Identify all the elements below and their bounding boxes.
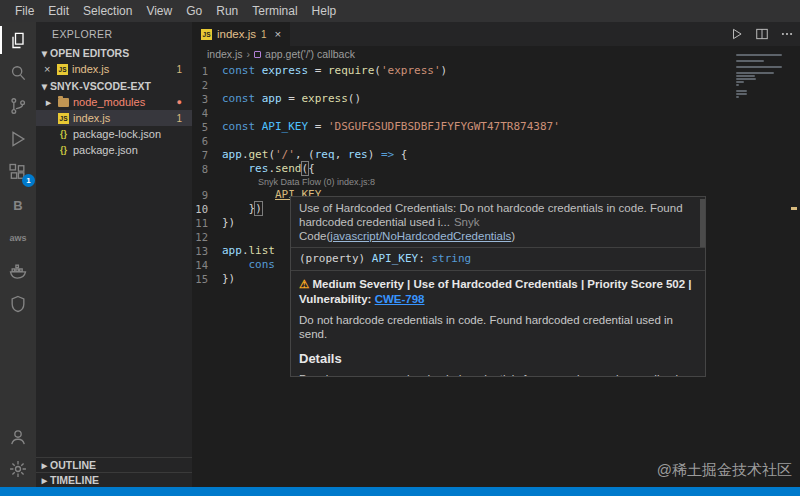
- tab-label: index.js: [217, 28, 256, 40]
- timeline-label: TIMELINE: [50, 474, 99, 486]
- code-line-8: 8 res.send({: [192, 162, 800, 176]
- activity-badge: 1: [22, 174, 35, 187]
- line-number: 4: [192, 106, 222, 120]
- file-item-index.js[interactable]: index.js1: [36, 110, 192, 126]
- code-text[interactable]: const app = express(): [222, 92, 361, 106]
- diagnostic-code-row: Code(javascript/NoHardcodedCredentials): [299, 229, 697, 243]
- code-text[interactable]: app.get('/', (req, res) => {: [222, 148, 408, 162]
- js-file-icon: [57, 64, 68, 75]
- run-debug-icon[interactable]: [0, 127, 36, 151]
- line-number: 15: [192, 272, 222, 286]
- snyk-icon[interactable]: [0, 292, 36, 316]
- line-number: 10: [192, 202, 222, 216]
- code-line-3: 3const app = express(): [192, 92, 800, 106]
- line-number: 5: [192, 120, 222, 134]
- bookmarks-icon[interactable]: B: [0, 193, 36, 217]
- symbol-icon: [254, 51, 261, 58]
- docker-icon[interactable]: [0, 259, 36, 283]
- run-icon[interactable]: [730, 27, 744, 41]
- severity-title: Medium Severity | Use of Hardcoded Crede…: [299, 277, 697, 307]
- activity-bar-bottom: [0, 425, 36, 487]
- explorer-icon[interactable]: [0, 28, 36, 52]
- warning-icon: [299, 278, 313, 290]
- tab-close-icon[interactable]: [275, 28, 282, 40]
- property-signature: (property) API_KEY: string: [291, 248, 705, 270]
- menu-item-selection[interactable]: Selection: [76, 0, 139, 22]
- code-text[interactable]: }): [222, 272, 235, 286]
- code-text[interactable]: }): [222, 202, 262, 216]
- code-line-1: 1const express = require('express'): [192, 64, 800, 78]
- diagnostic-source: Snyk: [454, 216, 480, 228]
- code-line-6: 6: [192, 134, 800, 148]
- file-name: index.js: [73, 112, 110, 124]
- code-line-5: 5const API_KEY = 'DSGUFGSUDFBSDBFJFYFYGW…: [192, 120, 800, 134]
- close-icon[interactable]: ×: [44, 63, 53, 75]
- menu-item-go[interactable]: Go: [179, 0, 209, 22]
- open-editor-item-indexjs[interactable]: × index.js 1: [36, 61, 192, 77]
- status-bar[interactable]: [0, 487, 800, 496]
- tooltip-scrollbar[interactable]: [700, 199, 705, 247]
- outline-section-header[interactable]: OUTLINE: [36, 457, 192, 472]
- code-line-2: 2: [192, 78, 800, 92]
- file-item-package.json[interactable]: package.json: [36, 142, 192, 158]
- explorer-sidebar: EXPLORER OPEN EDITORS × index.js 1 SNYK-…: [36, 22, 192, 487]
- code-text[interactable]: cons: [222, 258, 275, 272]
- minimap[interactable]: [736, 54, 786, 99]
- search-icon[interactable]: [0, 61, 36, 85]
- folder-item-node_modules[interactable]: node_modules●: [36, 94, 192, 110]
- line-number: 13: [192, 244, 222, 258]
- code-text[interactable]: }): [222, 216, 235, 230]
- severity-title-text: Medium Severity | Use of Hardcoded Crede…: [299, 278, 692, 305]
- line-number: 9: [192, 188, 222, 202]
- chevron-right-icon: [39, 459, 50, 471]
- tab-indexjs[interactable]: index.js 1: [192, 22, 290, 46]
- menu-item-help[interactable]: Help: [305, 0, 344, 22]
- vulnerability-description: Do not hardcode credentials in code. Fou…: [299, 313, 697, 341]
- file-name: package.json: [73, 144, 138, 156]
- js-file-icon: [58, 113, 69, 124]
- menu-item-edit[interactable]: Edit: [41, 0, 76, 22]
- details-text: Developers may use hardcoded credentials…: [299, 372, 697, 377]
- json-file-icon: [58, 145, 69, 155]
- code-line-7: 7app.get('/', (req, res) => {: [192, 148, 800, 162]
- code-text[interactable]: res.send({: [222, 162, 315, 176]
- breadcrumb-file[interactable]: index.js: [207, 48, 243, 60]
- tab-problem-badge: 1: [261, 29, 267, 40]
- settings-icon[interactable]: [0, 457, 36, 481]
- property-type: string: [431, 252, 471, 265]
- file-name: package-lock.json: [73, 128, 161, 140]
- extensions-icon[interactable]: 1: [0, 160, 36, 184]
- code-text[interactable]: const express = require('express'): [222, 64, 447, 78]
- menu-item-view[interactable]: View: [139, 0, 179, 22]
- breadcrumb-separator-icon: [247, 48, 251, 60]
- file-item-package-lock.json[interactable]: package-lock.json: [36, 126, 192, 142]
- json-file-icon: [58, 129, 69, 139]
- vscode-window: FileEditSelectionViewGoRunTerminalHelp 1…: [0, 0, 800, 496]
- accounts-icon[interactable]: [0, 425, 36, 449]
- open-editor-name: index.js: [72, 63, 109, 75]
- code-text[interactable]: const API_KEY = 'DSGUFGSUDFBSDBFJFYFYGWT…: [222, 120, 560, 134]
- more-actions-icon[interactable]: [780, 27, 794, 41]
- menu-item-terminal[interactable]: Terminal: [245, 0, 304, 22]
- project-section-header[interactable]: SNYK-VSCODE-EXT: [36, 77, 192, 94]
- chevron-down-icon: [39, 80, 50, 92]
- timeline-section-header[interactable]: TIMELINE: [36, 472, 192, 487]
- breadcrumb-symbol[interactable]: app.get('/') callback: [265, 48, 355, 60]
- code-text[interactable]: app.list: [222, 244, 275, 258]
- workbench: 1Baws EXPLORER OPEN EDITORS × index.js 1…: [0, 22, 800, 487]
- menu-item-run[interactable]: Run: [209, 0, 245, 22]
- source-control-icon[interactable]: [0, 94, 36, 118]
- diagnostic-code-link[interactable]: javascript/NoHardcodedCredentials: [330, 230, 511, 242]
- open-editors-header[interactable]: OPEN EDITORS: [36, 44, 192, 61]
- menu-item-file[interactable]: File: [8, 0, 41, 22]
- line-number: 8: [192, 162, 222, 176]
- js-file-icon: [201, 29, 212, 40]
- diagnostic-message: Use of Hardcoded Credentials: Do not har…: [299, 202, 683, 228]
- line-number: 6: [192, 134, 222, 148]
- cwe-link[interactable]: CWE-798: [375, 293, 425, 305]
- aws-toolkit-icon[interactable]: aws: [0, 226, 36, 250]
- code-line-4: 4: [192, 106, 800, 120]
- snyk-code-lens[interactable]: Snyk Data Flow (0) index.js:8: [192, 176, 800, 188]
- split-editor-icon[interactable]: [755, 27, 769, 41]
- details-heading: Details: [299, 351, 697, 366]
